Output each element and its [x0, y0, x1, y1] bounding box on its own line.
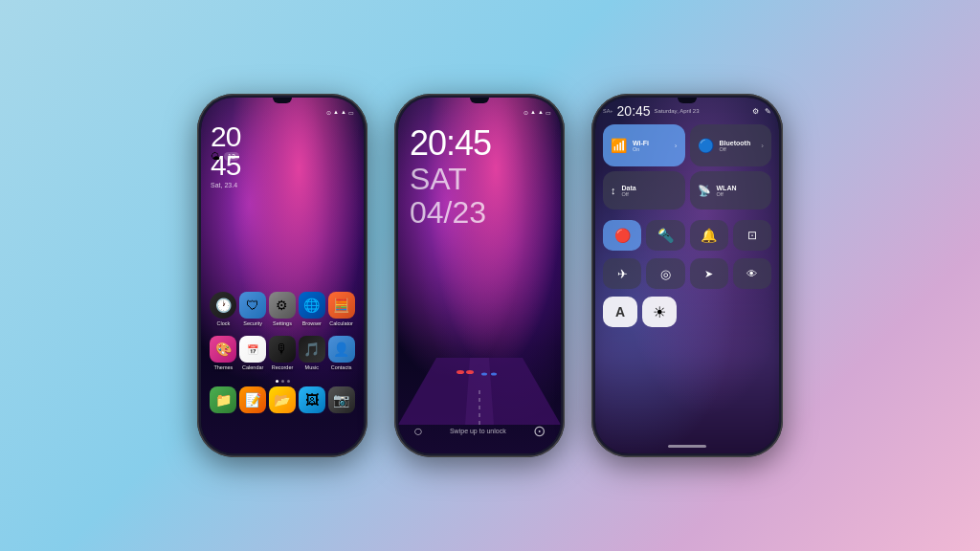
camera-icon-2: ⊙	[523, 109, 528, 116]
phone-3-controlcenter: SA+ 20:45 Saturday, April 23 ⚙ ✎ 📶 Wi-Fi…	[591, 94, 783, 457]
downloads-app-icon: 📂	[269, 386, 296, 413]
eye-icon: 👁	[746, 268, 757, 279]
signal-icon: ▲	[333, 109, 339, 115]
circle-icon: ○	[413, 423, 423, 440]
app-files[interactable]: 📁	[210, 386, 236, 415]
cc-wlan-tile[interactable]: 📡 WLAN Off	[690, 171, 772, 209]
app-grid: 🕐 Clock 🛡 Security ⚙ Settings 🌐 Browser …	[201, 292, 364, 425]
camera-icon: ⊙	[326, 109, 331, 116]
app-music[interactable]: 🎵 Music	[299, 336, 325, 370]
bluetooth-chevron: ›	[761, 142, 764, 150]
app-calendar[interactable]: 📅 Calendar	[239, 336, 266, 370]
cc-flashlight-tile[interactable]: 🔦	[646, 220, 684, 251]
signal-icon-2: ▲	[530, 109, 536, 115]
cc-bell-tile[interactable]: 🔔	[690, 220, 728, 251]
cc-bluetooth-tile[interactable]: 🔵 Bluetooth Off ›	[690, 124, 772, 166]
bluetooth-tile-label: Bluetooth	[720, 140, 751, 146]
cc-eye-tile[interactable]: 👁	[733, 258, 771, 289]
music-app-label: Music	[305, 364, 319, 370]
cc-wifi-tile[interactable]: 📶 Wi-Fi On ›	[603, 124, 685, 166]
data-tile-icon: ↕	[611, 185, 616, 196]
lock-bottom-bar: ○ Swipe up to unlock ⊙	[398, 422, 561, 440]
app-security[interactable]: 🛡 Security	[239, 292, 266, 326]
wifi-tile-label: Wi-Fi	[633, 140, 649, 146]
clock-app-label: Clock	[217, 320, 231, 326]
cc-screen-tile[interactable]: ⊡	[733, 220, 771, 251]
app-settings[interactable]: ⚙ Settings	[269, 292, 296, 326]
cc-airplane-tile[interactable]: ✈	[603, 258, 641, 289]
swipe-text: Swipe up to unlock	[450, 428, 506, 434]
phone-2-lockscreen: ⊙ ▲ ▲ ▭ 20:45 SAT 04/23	[394, 94, 565, 457]
dot-2	[281, 380, 284, 383]
sa-badge: SA+	[603, 108, 613, 114]
wlan-tile-sub: Off	[717, 191, 737, 197]
wifi-tile-icon: 📶	[611, 138, 627, 153]
wlan-tile-label: WLAN	[717, 185, 737, 191]
screen-icon: ⊡	[747, 229, 757, 242]
clock-date-1: Sat, 23.4	[211, 182, 240, 188]
cc-top-tiles: 📶 Wi-Fi On › 🔵 Bluetooth Off ›	[603, 124, 771, 209]
phone-1-homescreen: ⊙ ▲ ▲ ▭ 20 45 Sat, 23.4 🌤 12 🕐 Cloc	[197, 94, 368, 457]
app-clock[interactable]: 🕐 Clock	[210, 292, 236, 326]
wifi-chevron: ›	[675, 142, 678, 150]
app-themes[interactable]: 🎨 Themes	[210, 336, 236, 370]
app-camera[interactable]: 📷	[328, 386, 355, 415]
dot-1	[276, 380, 278, 383]
lock-clock: 20:45 SAT 04/23	[410, 124, 491, 230]
settings-app-label: Settings	[273, 320, 292, 326]
notch-3	[678, 98, 697, 103]
browser-app-label: Browser	[302, 320, 322, 326]
road-scene	[398, 310, 561, 425]
weather-icon: 🌤	[211, 151, 220, 162]
calendar-app-icon: 📅	[239, 336, 266, 363]
airplane-icon: ✈	[617, 267, 628, 281]
app-contacts[interactable]: 👤 Contacts	[328, 336, 355, 370]
bluetooth-tile-icon: 🔵	[698, 138, 714, 153]
notch-2	[470, 98, 489, 103]
home-bar	[668, 445, 706, 448]
calendar-app-label: Calendar	[242, 364, 263, 370]
lock-day: SAT	[410, 163, 491, 196]
page-dots	[209, 380, 356, 383]
bluetooth-tile-sub: Off	[720, 146, 751, 152]
wifi-tile-sub: On	[633, 146, 649, 152]
cc-focus-tile[interactable]: ◎	[646, 258, 684, 289]
cc-time: 20:45	[617, 103, 651, 119]
brightness-icon: ☀	[653, 303, 666, 321]
svg-point-5	[481, 373, 487, 376]
status-bar-2: ⊙ ▲ ▲ ▭	[398, 103, 561, 121]
calculator-app-label: Calculator	[329, 320, 353, 326]
cc-gear-icon[interactable]: ⚙	[752, 107, 759, 116]
cc-edit-icon[interactable]: ✎	[765, 107, 771, 116]
app-downloads[interactable]: 📂	[269, 386, 296, 415]
focus-icon: ◎	[660, 267, 671, 281]
app-row-2: 🎨 Themes 📅 Calendar 🎙 Recorder 🎵 Music 👤	[209, 336, 356, 370]
cc-brightness-tile[interactable]: ☀	[642, 297, 677, 327]
clock-app-icon: 🕐	[210, 292, 236, 319]
photos-app-icon: 🖼	[299, 386, 325, 413]
app-row-1: 🕐 Clock 🛡 Security ⚙ Settings 🌐 Browser …	[209, 292, 356, 326]
cc-text-size-tile[interactable]: A	[603, 297, 637, 327]
camera-lock-icon: ⊙	[533, 422, 546, 440]
weather-widget: 🌤 12	[211, 151, 239, 162]
app-browser[interactable]: 🌐 Browser	[299, 292, 325, 326]
themes-app-label: Themes	[213, 364, 233, 370]
lock-time: 20:45	[410, 124, 491, 163]
cc-torch-tile[interactable]: 🔴	[603, 220, 641, 251]
app-memo[interactable]: 📝	[239, 386, 266, 415]
status-icons-1: ⊙ ▲ ▲ ▭	[326, 109, 354, 116]
cc-icon-row-1: 🔴 🔦 🔔 ⊡	[603, 220, 771, 251]
svg-point-3	[457, 370, 464, 374]
cc-date: Saturday, April 23	[655, 108, 748, 114]
battery-icon-2: ▭	[546, 109, 551, 116]
svg-point-4	[466, 370, 474, 374]
app-calculator[interactable]: 🧮 Calculator	[328, 292, 355, 326]
cc-data-tile[interactable]: ↕ Data Off	[603, 171, 685, 209]
lock-date: 04/23	[410, 196, 491, 230]
app-recorder[interactable]: 🎙 Recorder	[269, 336, 296, 370]
cc-location-tile[interactable]: ➤	[690, 258, 728, 289]
app-photos[interactable]: 🖼	[299, 386, 325, 415]
data-tile-sub: Off	[622, 191, 636, 197]
recorder-app-icon: 🎙	[269, 336, 296, 363]
svg-point-6	[491, 373, 497, 376]
